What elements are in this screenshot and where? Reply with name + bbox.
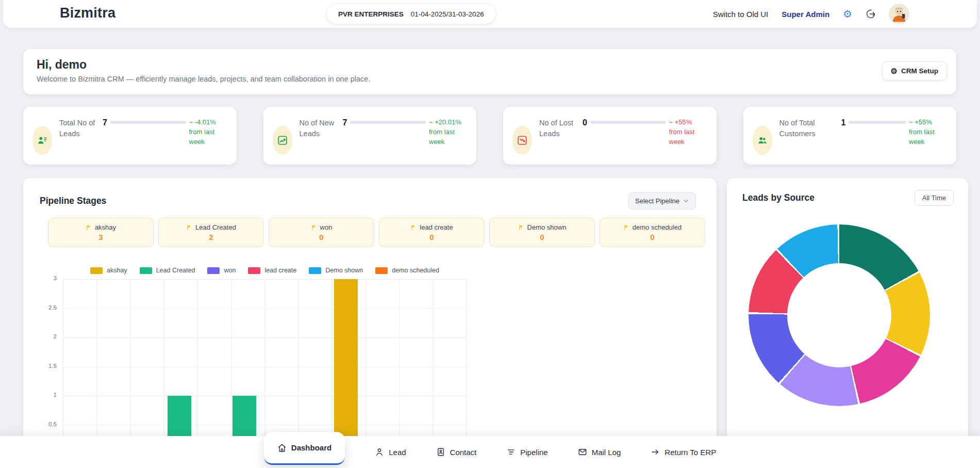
stat-value: 7 [343, 118, 347, 127]
stage-chip-won[interactable]: won 0 [269, 218, 374, 247]
y-axis-tick: 1 [39, 392, 57, 398]
nav-item-dashboard[interactable]: Dashboard [264, 432, 345, 465]
stage-name: demo scheduled [633, 223, 682, 231]
nav-item-contact[interactable]: Contact [436, 447, 477, 457]
stat-value: 7 [103, 118, 107, 127]
legend-item[interactable]: won [207, 267, 236, 274]
stage-count: 0 [650, 233, 654, 241]
flag-icon [186, 224, 192, 231]
pipeline-icon [506, 447, 516, 457]
welcome-banner: Hi, demo Welcome to Bizmitra CRM — effic… [23, 49, 956, 94]
bottom-nav-bar: Dashboard Lead Contact Pipeline Mail Log… [0, 436, 980, 468]
legend-label: lead create [264, 267, 296, 274]
stat-delta: ~ +55% from last week [669, 118, 706, 147]
arrow-right-icon [651, 447, 660, 457]
users-list-icon [32, 126, 52, 155]
chevron-down-icon [683, 198, 689, 204]
stat-delta-pct: ~ +55% [909, 118, 946, 127]
legend-label: demo scheduled [392, 267, 439, 274]
stat-card-total-leads[interactable]: Total No of Leads 7 ~ -4.01% from last w… [23, 107, 237, 165]
legend-item[interactable]: akshay [90, 267, 127, 274]
nav-label: Lead [389, 448, 406, 457]
stat-label: No of Total Customers [779, 118, 837, 139]
stage-count: 2 [209, 233, 213, 241]
logout-icon[interactable] [866, 9, 876, 19]
stage-name: won [320, 223, 333, 231]
stage-chip-demo-shown[interactable]: Demo shown 0 [489, 218, 595, 247]
stat-card-total-customers[interactable]: No of Total Customers 1 ~ +55% from last… [743, 107, 957, 165]
leads-by-source-title: Leads by Source [742, 192, 815, 203]
flag-icon [518, 224, 524, 231]
mail-icon [578, 447, 587, 457]
stat-value: 0 [583, 118, 587, 127]
select-pipeline-label: Select Pipeline [635, 197, 679, 205]
stage-count: 0 [319, 233, 323, 241]
select-pipeline-dropdown[interactable]: Select Pipeline [628, 192, 696, 209]
stat-delta-suffix: from last week [429, 128, 455, 146]
bar-plot [63, 279, 467, 454]
stage-chip-demo-scheduled[interactable]: demo scheduled 0 [600, 218, 705, 247]
stat-card-new-leads[interactable]: No of New Leads 7 ~ +20.01% from last we… [263, 107, 477, 165]
pipeline-card-header: Pipeline Stages Select Pipeline [40, 190, 696, 211]
stage-chip-lead-create[interactable]: lead create 0 [379, 218, 485, 247]
donut-chart[interactable] [749, 224, 930, 406]
home-icon [277, 443, 287, 453]
stat-label: No of New Leads [300, 118, 339, 139]
legend-item[interactable]: Demo shown [309, 267, 363, 274]
stage-chip-lead-created[interactable]: Lead Created 2 [158, 218, 264, 247]
stage-name: lead create [420, 223, 453, 231]
legend-swatch [375, 267, 388, 274]
stat-card-lost-leads[interactable]: No of Lost Leads 0 ~ +55% from last week [503, 107, 717, 165]
stat-delta: ~ -4.01% from last week [189, 118, 226, 147]
dashboard-page: Bizmitra PVR ENTERPRISES 01-04-2025/31-0… [0, 0, 980, 468]
top-header: Bizmitra PVR ENTERPRISES 01-04-2025/31-0… [3, 0, 977, 28]
org-period-pill[interactable]: PVR ENTERPRISES 01-04-2025/31-03-2026 [327, 4, 495, 24]
stage-count: 0 [429, 233, 434, 241]
stage-name: Demo shown [527, 223, 567, 231]
main-content-row: Pipeline Stages Select Pipeline akshay 3… [23, 178, 968, 468]
stage-chip-akshay[interactable]: akshay 3 [48, 218, 154, 247]
nav-item-mail-log[interactable]: Mail Log [578, 447, 621, 457]
nav-label: Pipeline [520, 448, 547, 457]
legend-swatch [248, 267, 260, 274]
nav-item-return-to-erp[interactable]: Return To ERP [651, 447, 716, 457]
leads-card-header: Leads by Source All Time [742, 190, 954, 206]
bar-legend: akshayLead Createdwonlead createDemo sho… [63, 267, 467, 274]
leads-by-source-card: Leads by Source All Time [727, 178, 968, 468]
gear-icon: ⚙ [891, 67, 898, 75]
stat-value: 1 [841, 118, 846, 127]
legend-label: Lead Created [156, 267, 195, 274]
y-axis-tick: 0.5 [39, 421, 57, 427]
legend-item[interactable]: demo scheduled [375, 267, 439, 274]
stage-chips-row: akshay 3 Lead Created 2 won 0 lead creat… [48, 218, 716, 247]
stat-progress-track [849, 121, 906, 124]
contact-card-icon [436, 447, 445, 457]
trend-down-icon [512, 126, 532, 155]
y-axis-tick: 2 [39, 333, 57, 340]
legend-swatch [140, 267, 152, 274]
crm-setup-label: CRM Setup [901, 67, 938, 75]
stage-name: Lead Created [195, 223, 236, 231]
bar-akshay[interactable] [334, 279, 358, 454]
flag-icon [410, 224, 417, 231]
legend-label: won [224, 267, 236, 274]
nav-item-lead[interactable]: Lead [375, 447, 406, 457]
gear-icon[interactable]: ⚙ [843, 9, 852, 19]
trend-up-icon [273, 126, 292, 155]
pipeline-stages-title: Pipeline Stages [40, 196, 106, 206]
legend-swatch [309, 267, 321, 274]
brand-logo[interactable]: Bizmitra [60, 5, 115, 21]
switch-old-ui-link[interactable]: Switch to Old UI [713, 10, 769, 19]
stat-delta-suffix: from last week [909, 128, 935, 146]
pipeline-stages-card: Pipeline Stages Select Pipeline akshay 3… [23, 178, 717, 468]
crm-setup-button[interactable]: ⚙ CRM Setup [882, 61, 947, 80]
greeting-subtitle: Welcome to Bizmitra CRM — efficiently ma… [37, 75, 943, 83]
legend-item[interactable]: Lead Created [140, 267, 195, 274]
user-avatar[interactable] [889, 4, 909, 24]
legend-swatch [90, 267, 103, 274]
nav-item-pipeline[interactable]: Pipeline [506, 447, 547, 457]
all-time-filter-button[interactable]: All Time [915, 190, 954, 206]
stat-delta: ~ +20.01% from last week [429, 118, 466, 147]
role-label[interactable]: Super Admin [782, 10, 829, 19]
legend-item[interactable]: lead create [248, 267, 296, 274]
